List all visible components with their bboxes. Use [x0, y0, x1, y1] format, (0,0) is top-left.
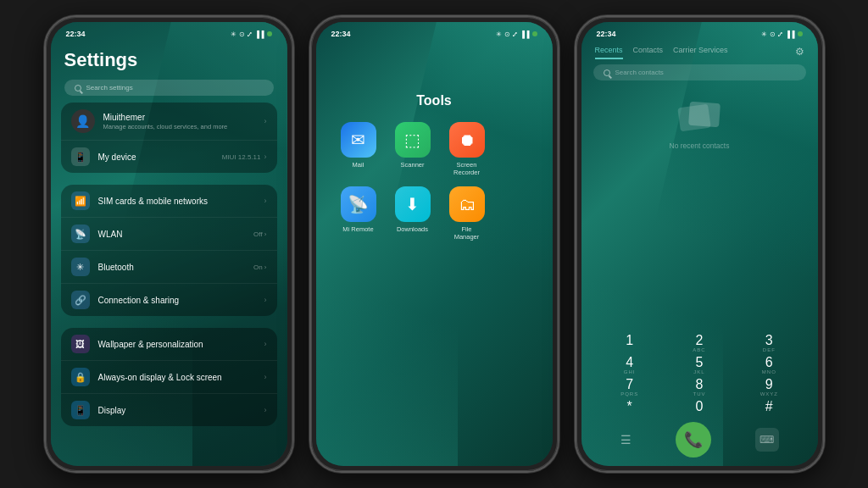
- bluetooth-text: Bluetooth: [98, 263, 245, 272]
- app-files[interactable]: 🗂 FileManager: [445, 186, 489, 241]
- display-icon: 📱: [71, 401, 90, 419]
- app-mail[interactable]: ✉ Mail: [337, 122, 381, 176]
- profile-text: Miuithemer Manage accounts, cloud servic…: [103, 113, 256, 130]
- settings-title: Settings: [51, 42, 287, 76]
- status-icons-3: ✳ ⊙ ⑇ ▐▐: [761, 30, 802, 38]
- key-1[interactable]: 1: [608, 334, 652, 352]
- dialpad-row-4: * 0 #: [595, 400, 804, 419]
- gear-icon[interactable]: ⚙: [795, 46, 804, 59]
- sim-chevron: ›: [264, 197, 267, 205]
- wlan-label: WLAN: [98, 230, 246, 239]
- app-remote[interactable]: 📡 Mi Remote: [337, 186, 381, 241]
- app-recorder[interactable]: ⏺ ScreenRecorder: [445, 122, 489, 176]
- phone-2: 22:34 ✳ ⊙ ⑇ ▐▐ Tools ✉ Mail: [309, 15, 559, 473]
- connection-item[interactable]: 🔗 Connection & sharing ›: [61, 284, 277, 316]
- lock-chevron: ›: [264, 373, 267, 381]
- scanner-label: Scanner: [401, 161, 425, 169]
- mail-icon: ✉: [341, 122, 376, 158]
- display-label: Display: [98, 406, 256, 415]
- profile-sub: Manage accounts, cloud services, and mor…: [103, 123, 256, 130]
- remote-label: Mi Remote: [342, 225, 373, 233]
- network-card: 📶 SIM cards & mobile networks › 📡 WLAN O…: [61, 185, 277, 316]
- app-downloads[interactable]: ⬇ Downloads: [391, 186, 435, 241]
- tab-recents[interactable]: Recents: [595, 46, 623, 59]
- dialer-tabs: Recents Contacts Carrier Services ⚙: [581, 42, 818, 59]
- key-8[interactable]: 8 TUV: [677, 378, 721, 396]
- call-button[interactable]: 📞: [676, 422, 711, 458]
- battery-dot-3: [798, 31, 803, 36]
- key-4[interactable]: 4 GHI: [608, 356, 652, 374]
- recent-contacts-area: No recent contacts: [581, 86, 818, 167]
- sim-icon: 📶: [71, 191, 90, 210]
- bluetooth-item[interactable]: ✳ Bluetooth On ›: [61, 251, 277, 284]
- time-2: 22:34: [331, 30, 351, 38]
- status-bar-3: 22:34 ✳ ⊙ ⑇ ▐▐: [581, 22, 818, 42]
- no-contacts-icon: [679, 103, 720, 135]
- phone-3: 22:34 ✳ ⊙ ⑇ ▐▐ Recents Contacts Carrier …: [575, 15, 825, 473]
- dialpad-row-3: 7 PQRS 8 TUV 9 WXYZ: [595, 378, 804, 396]
- conn-chevron: ›: [264, 296, 267, 304]
- settings-search[interactable]: Search settings: [64, 80, 274, 96]
- phone-1: 22:34 ✳ ⊙ ⑇ ▐▐ Settings Search settings: [44, 15, 294, 473]
- key-3[interactable]: 3 DEF: [747, 334, 791, 352]
- wlan-item[interactable]: 📡 WLAN Off ›: [61, 218, 277, 251]
- key-0[interactable]: 0: [677, 400, 721, 419]
- contact-search[interactable]: Search contacts: [593, 64, 806, 80]
- key-hash[interactable]: #: [747, 400, 791, 419]
- search-icon: [75, 85, 81, 92]
- tab-carrier[interactable]: Carrier Services: [673, 46, 728, 59]
- personal-card: 🖼 Wallpaper & personalization › 🔒 Always…: [61, 328, 277, 426]
- app-scanner[interactable]: ⬚ Scanner: [391, 122, 435, 176]
- wallpaper-label: Wallpaper & personalization: [98, 340, 256, 349]
- status-icons-2: ✳ ⊙ ⑇ ▐▐: [496, 30, 537, 38]
- app-grid: ✉ Mail ⬚ Scanner ⏺ ScreenRecorder 📡 Mi R…: [316, 122, 553, 241]
- chevron-icon: ›: [264, 117, 267, 125]
- profile-name: Miuithemer: [103, 113, 256, 122]
- mail-label: Mail: [353, 161, 364, 169]
- wallpaper-text: Wallpaper & personalization: [98, 340, 256, 349]
- time-3: 22:34: [597, 30, 616, 38]
- status-bar-1: 22:34 ✳ ⊙ ⑇ ▐▐: [51, 22, 287, 42]
- device-version: MIUI 12.5.11 ›: [222, 152, 267, 161]
- menu-icon[interactable]: ☰: [620, 433, 632, 446]
- recorder-label: ScreenRecorder: [453, 161, 480, 176]
- battery-dot-2: [532, 31, 537, 36]
- dialpad: 1 2 ABC 3 DEF: [581, 334, 818, 422]
- search-icon-dialer: [604, 69, 610, 76]
- lockscreen-item[interactable]: 🔒 Always-on display & Lock screen ›: [61, 361, 277, 394]
- device-label: My device: [98, 152, 214, 162]
- remote-icon: 📡: [341, 186, 376, 222]
- wall-chevron: ›: [264, 340, 267, 348]
- key-5[interactable]: 5 JKL: [677, 356, 721, 374]
- connection-icon: 🔗: [71, 291, 90, 309]
- wallpaper-item[interactable]: 🖼 Wallpaper & personalization ›: [61, 328, 277, 361]
- lock-icon: 🔒: [71, 368, 90, 386]
- folder-title: Tools: [316, 42, 553, 122]
- files-label: FileManager: [454, 225, 480, 241]
- avatar: 👤: [71, 109, 95, 133]
- dialpad-toggle[interactable]: ⌨: [755, 428, 779, 452]
- profile-card[interactable]: 👤 Miuithemer Manage accounts, cloud serv…: [61, 103, 277, 173]
- key-9[interactable]: 9 WXYZ: [747, 378, 791, 396]
- battery-dot: [267, 31, 272, 36]
- lock-label: Always-on display & Lock screen: [98, 373, 256, 382]
- profile-item[interactable]: 👤 Miuithemer Manage accounts, cloud serv…: [61, 103, 277, 141]
- sim-item[interactable]: 📶 SIM cards & mobile networks ›: [61, 185, 277, 218]
- downloads-label: Downloads: [397, 225, 428, 233]
- my-device-item[interactable]: 📱 My device MIUI 12.5.11 ›: [61, 141, 277, 173]
- time-1: 22:34: [66, 30, 86, 38]
- tab-contacts[interactable]: Contacts: [633, 46, 664, 59]
- bluetooth-icon: ✳: [71, 258, 90, 276]
- lock-text: Always-on display & Lock screen: [98, 373, 256, 382]
- display-item[interactable]: 📱 Display ›: [61, 394, 277, 426]
- key-6[interactable]: 6 MNO: [747, 356, 791, 374]
- device-text: My device: [98, 152, 214, 162]
- key-star[interactable]: *: [608, 400, 652, 419]
- bt-right: On ›: [253, 263, 267, 271]
- key-7[interactable]: 7 PQRS: [608, 378, 652, 396]
- search-placeholder: Search settings: [86, 84, 133, 92]
- recorder-icon: ⏺: [449, 122, 485, 158]
- wlan-icon: 📡: [71, 225, 90, 243]
- status-bar-2: 22:34 ✳ ⊙ ⑇ ▐▐: [316, 22, 553, 42]
- key-2[interactable]: 2 ABC: [677, 334, 721, 352]
